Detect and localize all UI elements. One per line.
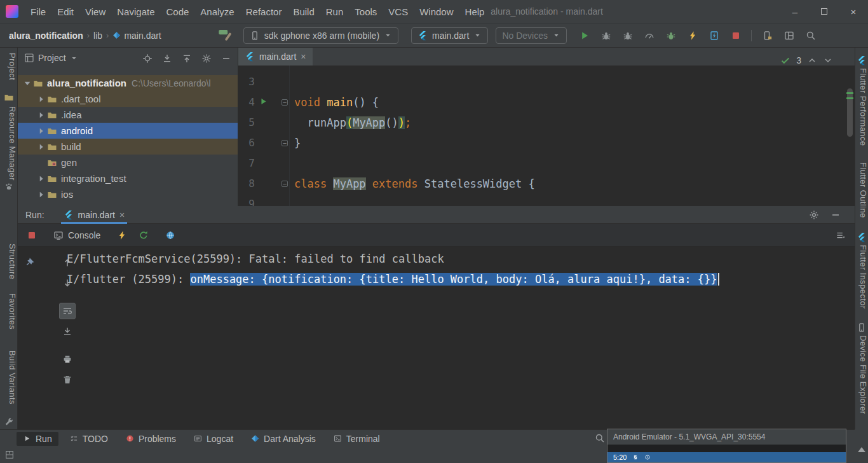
menu-analyze[interactable]: Analyze bbox=[194, 6, 240, 17]
device-file-explorer-button[interactable] bbox=[759, 27, 776, 44]
profiler-button[interactable] bbox=[641, 27, 658, 44]
resource-manager-icon[interactable] bbox=[4, 181, 14, 191]
menu-code[interactable]: Code bbox=[160, 6, 194, 17]
tool-window-switcher-icon[interactable] bbox=[4, 450, 15, 460]
scroll-up-arrow[interactable] bbox=[858, 447, 865, 452]
run-button[interactable] bbox=[576, 27, 593, 44]
stop-button[interactable] bbox=[727, 27, 744, 44]
devices-dropdown[interactable]: No Devices bbox=[496, 27, 567, 44]
tool-stripe-flutter-outline[interactable]: Flutter Outline bbox=[855, 162, 868, 218]
tree-row--idea[interactable]: .idea bbox=[18, 107, 238, 123]
menu-help[interactable]: Help bbox=[459, 6, 491, 17]
tool-window-tab-dart-analysis[interactable]: Dart Analysis bbox=[245, 432, 322, 446]
run-config-dropdown[interactable]: main.dart bbox=[411, 27, 488, 44]
tree-chevron-icon[interactable] bbox=[36, 93, 47, 105]
commander-icon[interactable] bbox=[4, 92, 14, 102]
tool-stripe-favorites[interactable]: Favorites bbox=[0, 293, 17, 329]
status-search-icon[interactable] bbox=[595, 433, 605, 443]
tree-row--dart-tool[interactable]: .dart_tool bbox=[18, 91, 238, 107]
hot-reload-icon[interactable] bbox=[117, 230, 127, 240]
maximize-button[interactable] bbox=[810, 0, 839, 24]
chevron-up-icon[interactable] bbox=[807, 55, 817, 66]
run-line-icon[interactable] bbox=[259, 97, 268, 106]
breadcrumb-item-lib[interactable]: lib bbox=[93, 31, 102, 41]
stop-icon[interactable] bbox=[27, 230, 37, 240]
tool-stripe-structure[interactable]: Structure bbox=[0, 244, 17, 279]
tree-row-alura-notification[interactable]: alura_notificationC:\Users\Leonardo\l bbox=[18, 75, 238, 91]
minimize-button[interactable]: – bbox=[780, 0, 810, 24]
hot-restart-icon[interactable] bbox=[139, 230, 149, 240]
menu-file[interactable]: File bbox=[25, 6, 51, 17]
search-everywhere-button[interactable] bbox=[802, 27, 819, 44]
menu-build[interactable]: Build bbox=[287, 6, 320, 17]
tool-stripe-flutter-inspector[interactable]: Flutter Inspector bbox=[855, 245, 868, 309]
tree-row-ios[interactable]: ios bbox=[18, 186, 238, 202]
layout-inspector-button[interactable] bbox=[780, 27, 797, 44]
flutter-attach-button[interactable] bbox=[662, 27, 679, 44]
fold-marker-icon[interactable]: – bbox=[281, 181, 288, 187]
tree-row-android[interactable]: android bbox=[18, 123, 238, 139]
run-settings-button[interactable] bbox=[809, 209, 819, 220]
close-icon[interactable]: × bbox=[119, 211, 125, 219]
hot-reload-button[interactable] bbox=[684, 27, 701, 44]
tool-window-tab-terminal[interactable]: Terminal bbox=[327, 432, 386, 446]
tree-chevron-icon[interactable] bbox=[36, 125, 47, 137]
tool-stripe-project[interactable]: Project bbox=[0, 53, 17, 80]
menu-view[interactable]: View bbox=[79, 6, 111, 17]
tool-window-tab-logcat[interactable]: Logcat bbox=[187, 432, 240, 446]
open-devtools-button[interactable] bbox=[705, 27, 722, 44]
menu-edit[interactable]: Edit bbox=[51, 6, 79, 17]
collapse-all-button[interactable] bbox=[182, 52, 192, 63]
tool-window-tab-problems[interactable]: Problems bbox=[119, 432, 182, 446]
tree-chevron-icon[interactable] bbox=[36, 109, 47, 121]
build-variants-icon[interactable] bbox=[4, 417, 14, 427]
menu-tools[interactable]: Tools bbox=[349, 6, 383, 17]
hide-run-panel-button[interactable] bbox=[831, 209, 841, 220]
pin-icon[interactable] bbox=[25, 256, 36, 266]
build-button[interactable] bbox=[216, 27, 233, 44]
run-tab-main-dart[interactable]: main.dart × bbox=[61, 206, 128, 224]
tool-stripe-flutter-performance[interactable]: Flutter Performance bbox=[855, 68, 868, 146]
close-icon[interactable]: × bbox=[301, 52, 306, 61]
debug-button[interactable] bbox=[597, 27, 614, 44]
breadcrumb-item-main-dart[interactable]: main.dart bbox=[112, 31, 161, 41]
tree-row-gen[interactable]: gen bbox=[18, 155, 238, 170]
tree-chevron-icon[interactable] bbox=[36, 173, 47, 184]
tree-chevron-icon[interactable] bbox=[36, 189, 47, 200]
chevron-down-icon[interactable] bbox=[823, 55, 833, 66]
tree-row-build[interactable]: build bbox=[18, 139, 238, 155]
expand-all-button[interactable] bbox=[162, 52, 172, 63]
devtools-globe-icon[interactable] bbox=[165, 230, 175, 240]
console-tab[interactable]: Console bbox=[53, 230, 100, 240]
tree-row-integration-test[interactable]: integration_test bbox=[18, 170, 238, 186]
menu-run[interactable]: Run bbox=[320, 6, 349, 17]
editor-tab-main-dart[interactable]: main.dart × bbox=[238, 48, 313, 66]
settings-button[interactable] bbox=[201, 52, 212, 63]
attach-debugger-button[interactable] bbox=[619, 27, 636, 44]
fold-marker-icon[interactable]: – bbox=[281, 140, 288, 146]
fold-marker-icon[interactable]: – bbox=[281, 99, 288, 106]
menu-navigate[interactable]: Navigate bbox=[111, 6, 160, 17]
menu-vcs[interactable]: VCS bbox=[383, 6, 414, 17]
tool-stripe-resource-manager[interactable]: Resource Manager bbox=[0, 106, 17, 181]
console-settings-icon[interactable] bbox=[836, 230, 846, 240]
project-panel-title[interactable]: Project bbox=[38, 53, 66, 63]
editor-scrollbar[interactable] bbox=[847, 88, 853, 137]
hide-panel-button[interactable] bbox=[221, 52, 231, 63]
close-button[interactable]: × bbox=[839, 0, 868, 24]
device-selector-dropdown[interactable]: sdk gphone x86 arm (mobile) bbox=[243, 27, 398, 44]
tool-stripe-build-variants[interactable]: Build Variants bbox=[0, 350, 17, 404]
tool-window-tab-run[interactable]: Run bbox=[17, 432, 58, 446]
tool-stripe-device-file-explorer[interactable]: Device File Explorer bbox=[855, 335, 868, 414]
chevron-down-icon[interactable] bbox=[70, 54, 78, 62]
tree-chevron-icon[interactable] bbox=[36, 141, 47, 153]
flutter-performance-icon[interactable] bbox=[857, 55, 867, 66]
tree-chevron-icon[interactable] bbox=[22, 78, 33, 89]
breadcrumb-item-alura-notification[interactable]: alura_notification bbox=[9, 31, 83, 41]
emulator-title-bar[interactable]: Android Emulator - 5.1_WVGA_API_30:5554 bbox=[607, 429, 846, 445]
menu-window[interactable]: Window bbox=[414, 6, 459, 17]
menu-refactor[interactable]: Refactor bbox=[240, 6, 288, 17]
flutter-inspector-icon[interactable] bbox=[857, 232, 867, 242]
tool-window-tab-todo[interactable]: TODO bbox=[64, 432, 114, 446]
device-file-explorer-icon[interactable] bbox=[857, 322, 867, 333]
